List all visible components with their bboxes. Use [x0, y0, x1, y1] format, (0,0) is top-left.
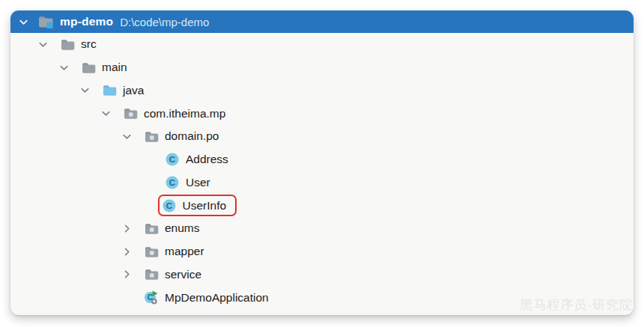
tree-item-src[interactable]: src [10, 33, 634, 56]
class-run-icon: C [144, 290, 159, 305]
tree-item-enums[interactable]: enums [10, 217, 634, 240]
node-label: src [81, 37, 97, 51]
node-label: Address [186, 153, 228, 166]
chevron-down-icon[interactable] [99, 108, 118, 119]
node-label: User [186, 176, 210, 189]
class-icon: C [162, 199, 177, 213]
svg-text:C: C [169, 155, 175, 164]
tree-item-mapper[interactable]: mapper [10, 240, 634, 263]
chevron-right-icon[interactable] [120, 223, 139, 234]
svg-text:C: C [169, 178, 175, 187]
folder-icon [60, 38, 75, 51]
node-label: domain.po [165, 129, 219, 143]
class-icon: C [165, 153, 180, 166]
project-path: D:\code\mp-demo [120, 16, 209, 28]
tree-item-java[interactable]: java [10, 79, 634, 103]
package-icon [144, 245, 159, 258]
project-name: mp-demo [60, 15, 113, 28]
tree-item-com-itheima-mp[interactable]: com.itheima.mp [10, 102, 634, 125]
node-label: com.itheima.mp [144, 107, 225, 120]
chevron-down-icon[interactable] [13, 16, 32, 28]
chevron-right-icon[interactable] [120, 269, 139, 280]
folder-source-icon [102, 84, 117, 97]
svg-text:C: C [165, 201, 171, 210]
tree-item-userinfo[interactable]: C UserInfo [10, 194, 634, 217]
folder-icon [81, 61, 96, 74]
screenshot-canvas: mp-demo D:\code\mp-demo src main java co… [0, 0, 644, 327]
node-label: mapper [165, 245, 204, 258]
package-icon [144, 130, 159, 143]
chevron-down-icon[interactable] [36, 39, 55, 50]
node-label: java [123, 84, 144, 97]
tree-item-user[interactable]: C User [10, 171, 634, 195]
chevron-down-icon[interactable] [57, 62, 76, 73]
chevron-down-icon[interactable] [120, 131, 139, 142]
tree-item-service[interactable]: service [10, 263, 634, 287]
project-tree: src main java com.itheima.mp domain.po [10, 33, 634, 309]
node-label: service [165, 268, 201, 281]
node-label: UserInfo [183, 199, 227, 213]
watermark: 黑马程序员-研究院 [520, 296, 633, 314]
project-folder-icon [38, 15, 54, 29]
tree-item-domain-po[interactable]: domain.po [10, 125, 634, 148]
node-label: enums [165, 221, 200, 235]
class-icon: C [165, 176, 180, 189]
package-icon [144, 268, 159, 281]
node-label: MpDemoApplication [165, 291, 269, 305]
package-icon [123, 107, 138, 120]
tree-item-address[interactable]: C Address [10, 148, 634, 171]
project-root-row[interactable]: mp-demo D:\code\mp-demo [10, 10, 634, 33]
chevron-down-icon[interactable] [78, 85, 97, 96]
package-icon [144, 222, 159, 235]
node-label: main [102, 61, 127, 74]
chevron-right-icon[interactable] [120, 246, 139, 257]
project-tree-panel: mp-demo D:\code\mp-demo src main java co… [10, 10, 634, 315]
tree-item-main[interactable]: main [10, 56, 634, 79]
